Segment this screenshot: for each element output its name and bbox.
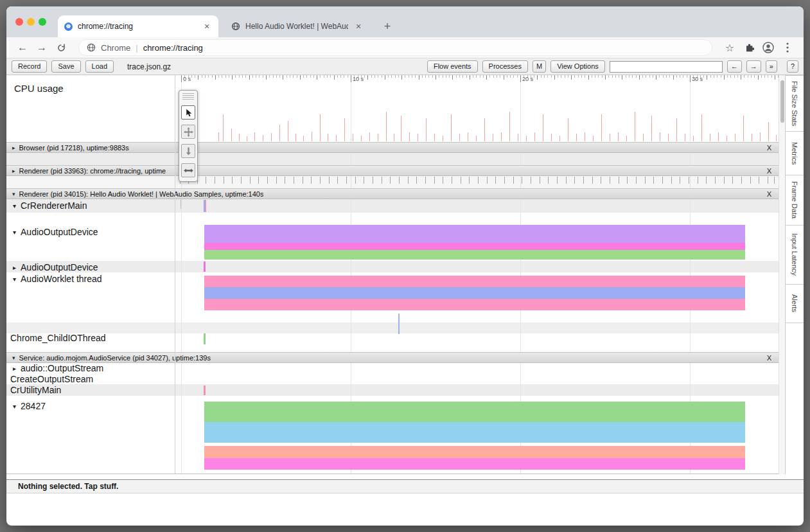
slice-tick[interactable] [601, 177, 601, 184]
close-window-button[interactable] [15, 18, 23, 26]
slice-tick[interactable] [452, 177, 452, 184]
slice-tick[interactable] [689, 177, 689, 184]
slice-tick[interactable] [610, 177, 610, 184]
close-process-button[interactable]: X [767, 167, 771, 175]
slice-tick[interactable] [276, 177, 277, 184]
avatar-icon[interactable] [760, 39, 777, 56]
track-label-create-output-stream[interactable]: CreateOutputStream [10, 373, 93, 385]
side-tab-frame-data[interactable]: Frame Data [786, 175, 804, 226]
more-button[interactable]: » [766, 60, 777, 73]
trace-bar-audio-output-device-green[interactable] [204, 250, 745, 260]
slice-tick[interactable] [566, 177, 567, 184]
slice-tick[interactable] [285, 177, 285, 184]
metrics-button[interactable]: M [533, 60, 546, 73]
expand-arrow-icon[interactable]: ▸ [13, 365, 16, 372]
trace-mark[interactable] [204, 386, 206, 395]
slice-tick[interactable] [215, 177, 215, 184]
bookmark-star-icon[interactable]: ☆ [721, 39, 738, 56]
slice-tick[interactable] [574, 177, 575, 184]
slice-tick[interactable] [425, 177, 426, 184]
forward-icon[interactable]: → [33, 42, 50, 53]
trace-mark[interactable] [398, 314, 400, 334]
track-label-audio-output-device-2[interactable]: ▸ AudioOutputDevice [13, 262, 98, 273]
collapse-arrow-icon[interactable]: ▾ [13, 229, 16, 236]
slice-tick[interactable] [706, 177, 707, 184]
menu-dots-icon[interactable] [779, 39, 796, 56]
slice-tick[interactable] [583, 177, 584, 184]
slice-tick[interactable] [768, 177, 768, 184]
process-header-browser[interactable]: ▸ Browser (pid 17218), uptime:9883s X [6, 142, 779, 153]
tab-close-icon[interactable]: × [202, 21, 212, 31]
slice-tick[interactable] [619, 177, 619, 184]
slice-tick[interactable] [294, 177, 294, 184]
reload-icon[interactable] [53, 39, 69, 56]
slice-tick[interactable] [531, 177, 531, 184]
slice-tick[interactable] [653, 177, 654, 184]
slice-tick[interactable] [408, 177, 409, 184]
zoom-tool-button[interactable] [181, 144, 195, 158]
slice-tick[interactable] [478, 177, 479, 184]
trace-bar-audio-service-green[interactable] [204, 402, 745, 422]
save-button[interactable]: Save [51, 60, 80, 73]
flow-events-button[interactable]: Flow events [427, 60, 478, 73]
scrollbar-thumb[interactable] [780, 80, 784, 123]
side-tab-metrics[interactable]: Metrics [786, 132, 804, 175]
tab-chrome-tracing[interactable]: chrome://tracing × [58, 15, 218, 37]
new-tab-button[interactable]: + [379, 19, 396, 35]
find-prev-button[interactable]: ← [727, 60, 742, 73]
processes-button[interactable]: Processes [482, 60, 528, 73]
side-tab-file-size-stats[interactable]: File Size Stats [786, 75, 804, 132]
expand-arrow-icon[interactable]: ▸ [13, 264, 16, 271]
side-tab-alerts[interactable]: Alerts [786, 285, 804, 323]
help-button[interactable]: ? [787, 60, 798, 73]
trace-bar-audio-output-device-pink[interactable] [204, 243, 745, 250]
collapse-arrow-icon[interactable]: ▾ [12, 191, 15, 197]
slice-tick[interactable] [592, 177, 593, 184]
process-header-renderer-tracing[interactable]: ▸ Renderer (pid 33963): chrome://tracing… [6, 165, 779, 176]
slice-tick[interactable] [434, 177, 435, 184]
trace-bar-audio-worklet-pink-bottom[interactable] [204, 299, 745, 310]
slice-tick[interactable] [329, 177, 330, 184]
palette-drag-handle[interactable] [182, 93, 194, 100]
trace-bar-audio-service-skyblue[interactable] [204, 422, 745, 443]
slice-tick[interactable] [311, 177, 312, 184]
slice-tick[interactable] [495, 177, 496, 184]
slice-tick[interactable] [548, 177, 549, 184]
close-process-button[interactable]: X [767, 144, 771, 152]
slice-tick[interactable] [724, 177, 725, 184]
record-button[interactable]: Record [12, 60, 47, 73]
zoom-window-button[interactable] [39, 18, 46, 26]
slice-tick[interactable] [698, 177, 698, 184]
track-label-28427[interactable]: ▾ 28427 [13, 400, 46, 412]
slice-tick[interactable] [373, 177, 373, 184]
slice-tick[interactable] [320, 177, 321, 184]
slice-tick[interactable] [504, 177, 505, 184]
slice-tick[interactable] [337, 177, 338, 184]
slice-tick[interactable] [759, 177, 759, 184]
track-label-audio-output-device-1[interactable]: ▾ AudioOutputDevice [13, 226, 98, 238]
track-label-audio-worklet[interactable]: ▾ AudioWorklet thread [13, 273, 102, 285]
slice-tick[interactable] [364, 177, 364, 184]
trace-mark[interactable] [205, 200, 206, 212]
slice-tick[interactable] [540, 177, 540, 184]
slice-tick[interactable] [443, 177, 443, 184]
slice-tick[interactable] [557, 177, 558, 184]
slice-tick[interactable] [513, 177, 514, 184]
collapse-arrow-icon[interactable]: ▾ [13, 276, 16, 283]
track-label-output-stream[interactable]: ▸ audio::OutputStream [13, 362, 103, 374]
load-button[interactable]: Load [85, 60, 114, 73]
slice-tick[interactable] [258, 177, 259, 184]
find-input[interactable] [610, 61, 723, 73]
tab-close-icon[interactable]: × [353, 21, 364, 31]
slice-tick[interactable] [774, 177, 775, 184]
slice-tick[interactable] [232, 177, 233, 184]
collapse-arrow-icon[interactable]: ▾ [13, 403, 16, 410]
minimize-window-button[interactable] [27, 18, 35, 26]
slice-tick[interactable] [741, 177, 742, 184]
expand-arrow-icon[interactable]: ▸ [12, 145, 15, 151]
trace-bar-audio-service-magenta[interactable] [204, 458, 745, 470]
slice-tick[interactable] [732, 177, 733, 184]
slice-tick[interactable] [250, 177, 251, 184]
close-process-button[interactable]: X [767, 354, 771, 362]
slice-tick[interactable] [645, 177, 646, 184]
